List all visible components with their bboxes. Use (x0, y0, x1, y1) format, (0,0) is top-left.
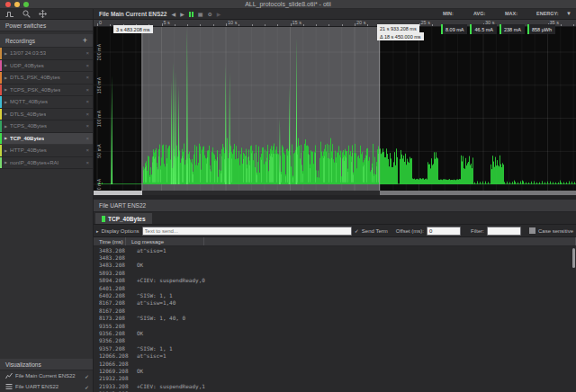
log-row[interactable]: 3483.208 (94, 254, 576, 261)
play-step-icon[interactable]: ▶ (217, 10, 221, 19)
log-message: OK (126, 262, 143, 268)
add-recording-button[interactable]: + (83, 36, 87, 45)
log-row[interactable]: 8167.208 (94, 307, 576, 314)
app-window: ALL_protocols_slide8.otii* - otii File M… (0, 0, 576, 392)
waveform-plot[interactable]: 200 mA150 mA100 mA50 mA0 mA 3 s 483.208 … (94, 27, 576, 191)
recording-item[interactable]: ▶ UDP_40Bytes × (0, 60, 93, 73)
tab-tcp-40bytes[interactable]: TCP_40Bytes (95, 213, 152, 224)
viz-item-main-current[interactable]: File Main Current ENS22 ✓ (0, 370, 93, 381)
disclosure-icon[interactable]: ▶ (4, 136, 7, 140)
zoom-tool-icon[interactable] (22, 10, 31, 18)
disclosure-icon[interactable]: ▶ (4, 87, 7, 92)
filter-input[interactable] (487, 227, 521, 236)
disclosure-icon[interactable]: ▶ (4, 160, 7, 165)
message-column-header[interactable]: Log message (126, 237, 204, 245)
uart-options-row: ▸ Display Options ✓ Send Term Offset (ms… (94, 225, 576, 237)
disclosure-icon[interactable]: ▶ (4, 148, 7, 153)
collapsed-icon[interactable]: ▸ (96, 228, 99, 234)
prev-icon[interactable]: ◀ (172, 10, 176, 19)
remove-recording-icon[interactable]: × (86, 123, 89, 129)
log-row[interactable]: 9356.208 (94, 337, 576, 344)
log-message: ^SISW: 1, 1 (126, 345, 173, 352)
send-term-label: Send Term (362, 228, 388, 234)
recording-color-stripe (0, 157, 2, 169)
pulse-select-icon[interactable] (5, 11, 14, 18)
log-row[interactable]: 21933.208 +CIEV: suspendReady,1 (94, 382, 576, 389)
viz-checkbox-checked[interactable]: ✓ (85, 373, 89, 379)
viz-item-uart[interactable]: File UART ENS22 ✓ (0, 381, 93, 392)
text-to-send-input[interactable] (142, 227, 352, 236)
recording-item[interactable]: ▶ TCPS_PSK_40Bytes × (0, 85, 93, 97)
log-vertical-scrollbar[interactable] (572, 248, 575, 268)
log-row[interactable]: 5893.208 (94, 269, 576, 276)
log-row[interactable]: 8167.208 at^sisw=1,40 (94, 299, 576, 307)
log-table-body[interactable]: 3483.208 at^siso=1 3483.208 3483.208 OK … (94, 246, 576, 392)
disclosure-icon[interactable]: ▶ (4, 76, 7, 80)
log-row[interactable]: 9355.208 (94, 322, 576, 329)
settings-gear-icon[interactable]: ⚙ (207, 10, 212, 19)
log-row[interactable]: 9357.208 ^SISW: 1, 1 (94, 344, 576, 352)
log-row[interactable]: 21932.208 (94, 375, 576, 382)
recording-item[interactable]: ▶ MQTT_40Bytes × (0, 96, 93, 109)
disclosure-icon[interactable]: ▶ (4, 100, 7, 104)
log-time: 9357.208 (94, 345, 126, 352)
recording-item[interactable]: ▶ DTLS_PSK_40Bytes × (0, 72, 93, 85)
remove-recording-icon[interactable]: × (86, 75, 89, 80)
log-row[interactable]: 3483.208 at^siso=1 (94, 246, 576, 254)
log-row[interactable]: 6402.208 ^SISW: 1, 1 (94, 291, 576, 298)
grid-view-icon[interactable]: ▦ (198, 10, 203, 19)
log-time: 8167.208 (94, 299, 126, 306)
log-row[interactable]: 6401.208 (94, 284, 576, 291)
remove-recording-icon[interactable]: × (86, 63, 89, 68)
recording-label: HTTP_40Bytes (10, 147, 47, 153)
remove-recording-icon[interactable]: × (86, 87, 89, 93)
current-waveform[interactable] (94, 27, 576, 191)
log-row[interactable]: 12066.208 at^sisc=1 (94, 352, 576, 359)
offset-input[interactable] (427, 227, 461, 236)
power-switches-header[interactable]: Power switches (0, 20, 93, 31)
recording-item[interactable]: ▶ nonIP_40Bytes+RAI × (0, 157, 93, 170)
log-row[interactable]: 8173.208 ^SISW: 1, 40, 0 (94, 315, 576, 322)
log-row[interactable]: 12066.208 (94, 360, 576, 367)
pan-tool-icon[interactable] (39, 10, 47, 18)
recording-item[interactable]: ▶ HTTP_40Bytes × (0, 145, 93, 157)
max-label: MAX: (505, 11, 518, 16)
recording-item[interactable]: ▶ TCPS_40Bytes × (0, 120, 93, 133)
recording-item[interactable]: ▶ DTLS_40Bytes × (0, 109, 93, 121)
remove-recording-icon[interactable]: × (86, 50, 89, 56)
log-row[interactable]: 9356.208 OK (94, 329, 576, 336)
log-row[interactable]: 5894.208 +CIEV: suspendReady,0 (94, 277, 576, 284)
viz-checkbox-checked[interactable]: ✓ (85, 384, 89, 390)
remove-recording-icon[interactable]: × (86, 111, 89, 117)
recording-item[interactable]: ▶ 13/07 24:03:53 × (0, 48, 93, 60)
disclosure-icon[interactable]: ▶ (4, 63, 7, 67)
stats-dropdown-icon[interactable]: ▼ (566, 11, 572, 16)
disclosure-icon[interactable]: ▶ (4, 111, 7, 116)
chart-horizontal-scrollbar[interactable] (94, 191, 576, 195)
disclosure-icon[interactable]: ▶ (4, 51, 7, 56)
remove-recording-icon[interactable]: × (86, 136, 89, 141)
log-row[interactable]: 3483.208 OK (94, 262, 576, 269)
log-time: 12069.208 (94, 368, 126, 374)
remove-recording-icon[interactable]: × (86, 99, 89, 104)
next-icon[interactable]: ▶ (180, 10, 184, 19)
energy-label: ENERGY: (536, 11, 559, 16)
case-sensitive-label: Case sensitive (538, 228, 573, 234)
recording-label: TCP_40Bytes (10, 136, 44, 141)
log-row[interactable]: 12069.208 OK (94, 367, 576, 374)
display-options-label[interactable]: Display Options (102, 228, 140, 234)
remove-recording-icon[interactable]: × (86, 160, 89, 165)
send-term-checkmark-icon[interactable]: ✓ (355, 227, 359, 234)
disclosure-icon[interactable]: ▶ (4, 124, 7, 129)
cursor-tooltip-start: 3 s 483.208 ms (113, 25, 153, 33)
time-column-header[interactable]: Time (ms) (94, 237, 126, 245)
log-time: 3483.208 (94, 254, 126, 261)
channel-bars-icon[interactable] (189, 12, 194, 17)
case-sensitive-checkbox[interactable] (529, 227, 536, 234)
tab-label: TCP_40Bytes (108, 216, 146, 222)
log-time: 9356.208 (94, 330, 126, 336)
list-icon (5, 383, 13, 390)
remove-recording-icon[interactable]: × (86, 147, 89, 153)
log-time: 21932.208 (94, 375, 126, 381)
recording-item[interactable]: ▶ TCP_40Bytes × (0, 133, 93, 146)
